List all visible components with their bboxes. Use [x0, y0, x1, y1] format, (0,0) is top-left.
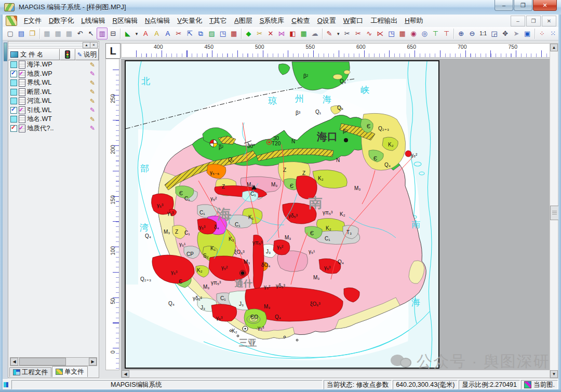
file-name[interactable]: 断层.WL — [27, 88, 90, 97]
edit-state-icon[interactable]: ✎ — [90, 88, 98, 96]
edit-state-icon[interactable]: ✎ — [90, 125, 98, 132]
menu-item-系统库[interactable]: S系统库 — [256, 15, 288, 26]
menu-item-其它[interactable]: T其它 — [206, 15, 231, 26]
map-vscroll-thumb[interactable] — [550, 206, 559, 220]
line-dropdown-icon[interactable]: ▾ — [335, 28, 342, 39]
contour-grid-icon[interactable]: ◎ — [419, 28, 430, 39]
save-all-icon[interactable]: ▦ — [52, 28, 63, 39]
panel-hscroll-thumb[interactable] — [19, 358, 66, 366]
file-row[interactable]: 地质代?..✎ — [9, 124, 98, 133]
edit-state-icon[interactable]: ✎ — [90, 116, 98, 123]
file-row[interactable]: 界线.WL✎ — [9, 78, 98, 88]
menu-item-工程输出[interactable]: 工程输出 — [367, 15, 401, 26]
point-copy-icon[interactable]: ⧉ — [195, 28, 206, 39]
print-icon[interactable]: ⊟ — [108, 28, 118, 39]
node-edit-icon[interactable]: ∿ — [364, 28, 375, 39]
file-row[interactable]: 地名.WT✎ — [9, 115, 98, 124]
edit-state-icon[interactable]: ✎ — [90, 61, 98, 69]
line-edit-icon[interactable]: ✎ — [324, 28, 335, 39]
file-checkbox[interactable] — [10, 79, 17, 86]
ruler-origin-button[interactable]: L — [105, 43, 121, 59]
text-red-icon[interactable]: A — [140, 28, 151, 39]
area-split-icon[interactable]: ✕ — [265, 28, 276, 39]
menu-item-窗口[interactable]: W窗口 — [340, 15, 367, 26]
edit-state-icon[interactable]: ✎ — [90, 79, 98, 87]
point-create-icon[interactable]: ◣ — [122, 28, 133, 39]
mdi-restore-button[interactable]: ❐ — [526, 16, 541, 26]
file-name[interactable]: 地质.WP — [27, 70, 90, 78]
new-file-icon[interactable]: ▢ — [5, 28, 16, 39]
map-scroll-down-icon[interactable]: ▼ — [550, 370, 558, 378]
edit-state-icon[interactable]: ✎ — [90, 70, 98, 77]
point-paste-icon[interactable]: ▨ — [206, 28, 217, 39]
menu-item-数字化[interactable]: D数字化 — [45, 15, 77, 26]
file-checkbox[interactable] — [10, 116, 17, 123]
area-cloud-icon[interactable]: ☁ — [309, 28, 320, 39]
map-vscrollbar[interactable]: ▲ ▼ — [550, 43, 558, 379]
tab-project-files[interactable]: 工程文件 — [9, 367, 51, 377]
maximize-button[interactable]: ❐ — [514, 0, 532, 11]
point-dropdown-icon[interactable]: ▾ — [133, 28, 140, 39]
scroll-right-icon[interactable]: ▶ — [89, 358, 97, 366]
map-scroll-left-icon[interactable]: ◀ — [122, 370, 129, 377]
save-icon[interactable]: ▦ — [42, 28, 52, 39]
line-attr-icon[interactable]: ◳ — [386, 28, 397, 39]
file-checkbox[interactable] — [10, 71, 17, 77]
panel-collapse-button[interactable]: ▲ — [83, 42, 90, 48]
open-folder-icon[interactable]: ❐ — [27, 28, 38, 39]
node-link-icon[interactable]: ⋉ — [375, 28, 385, 39]
undo-icon[interactable]: ↶ — [74, 28, 85, 39]
file-row[interactable]: 地质.WP✎ — [9, 70, 98, 79]
map-scroll-up-icon[interactable]: ▲ — [550, 44, 558, 51]
file-checkbox[interactable] — [10, 89, 17, 96]
area-nodes-icon[interactable]: ⋈ — [276, 28, 287, 39]
scroll-left-icon[interactable]: ◀ — [10, 358, 18, 366]
column-description[interactable]: ✎ 说明 — [75, 49, 99, 60]
point-attr-icon[interactable]: ◳ — [217, 28, 228, 39]
menu-item-区编辑[interactable]: R区编辑 — [109, 15, 141, 26]
open-report-icon[interactable]: ▤ — [16, 28, 26, 39]
menu-item-图层[interactable]: A图层 — [231, 15, 256, 26]
point-cut-icon[interactable]: ✂ — [173, 28, 184, 39]
menu-item-线编辑[interactable]: L线编辑 — [77, 15, 109, 26]
file-name[interactable]: 地质代?.. — [27, 124, 90, 133]
line-cut-icon[interactable]: ✂ — [342, 28, 353, 39]
menu-item-设置[interactable]: O设置 — [314, 15, 340, 26]
text-yellow-icon[interactable]: A — [151, 28, 162, 39]
file-name[interactable]: 河流.WL — [27, 97, 90, 105]
mdi-close-button[interactable]: ✕ — [542, 16, 556, 26]
edit-state-icon[interactable]: ✎ — [90, 98, 98, 105]
line-table-icon[interactable]: ▦ — [397, 28, 408, 39]
map-hscrollbar[interactable]: ◀ ▶ — [121, 370, 561, 378]
minimize-button[interactable]: ‒ — [495, 0, 513, 11]
file-checkbox[interactable] — [10, 107, 17, 114]
menu-item-文件[interactable]: F文件 — [20, 15, 45, 26]
file-name[interactable]: 海洋.WP — [27, 60, 90, 69]
area-fill-icon[interactable]: ◧ — [287, 28, 298, 39]
menu-item-矢量化[interactable]: V矢量化 — [173, 15, 206, 26]
display-point-style-icon[interactable]: ⁘ — [537, 28, 547, 39]
panel-grip[interactable]: ▲ ✕ — [8, 42, 99, 49]
zoom-1to1-icon[interactable]: 1:1 — [478, 28, 489, 39]
file-name[interactable]: 界线.WL — [27, 78, 90, 87]
point-table-icon[interactable]: ▦ — [229, 28, 239, 39]
area-create-icon[interactable]: ◆ — [243, 28, 254, 39]
pan-hand-icon[interactable]: ✥ — [500, 28, 511, 39]
title-bar[interactable]: MAPGIS 编辑子系统 - [样例图.MPJ] ‒ ❐ ✕ — [0, 0, 561, 15]
tab-single-file[interactable]: 单文件 — [52, 366, 88, 377]
contour-follow-icon[interactable]: ◉ — [408, 28, 419, 39]
help-pointer-icon[interactable]: ↖ — [86, 28, 97, 39]
map-document[interactable]: 北部湾琼州海峡南海海口海南通什三亚β²Q₄Q₄Q₁β³β²NЄQ₂₊₃K₂γ₅²… — [125, 60, 439, 369]
map-canvas[interactable]: 北部湾琼州海峡南海海口海南通什三亚β²Q₄Q₄Q₁β³β²NЄQ₂₊₃K₂γ₅²… — [121, 59, 561, 370]
pointer-gray-icon[interactable]: ➤ — [511, 28, 522, 39]
column-state[interactable] — [60, 49, 75, 60]
file-row[interactable]: 海洋.WP✎ — [9, 60, 98, 70]
menu-item-检查[interactable]: C检查 — [288, 15, 313, 26]
file-row[interactable]: 河流.WL✎ — [9, 97, 98, 106]
zoom-in-icon[interactable]: ⊕ — [456, 28, 466, 39]
file-checkbox[interactable] — [10, 61, 17, 68]
file-name[interactable]: 引线.WL — [27, 106, 90, 115]
area-grid-icon[interactable]: ▦ — [298, 28, 309, 39]
close-button[interactable]: ✕ — [533, 0, 557, 11]
dock-grip[interactable] — [4, 43, 7, 61]
